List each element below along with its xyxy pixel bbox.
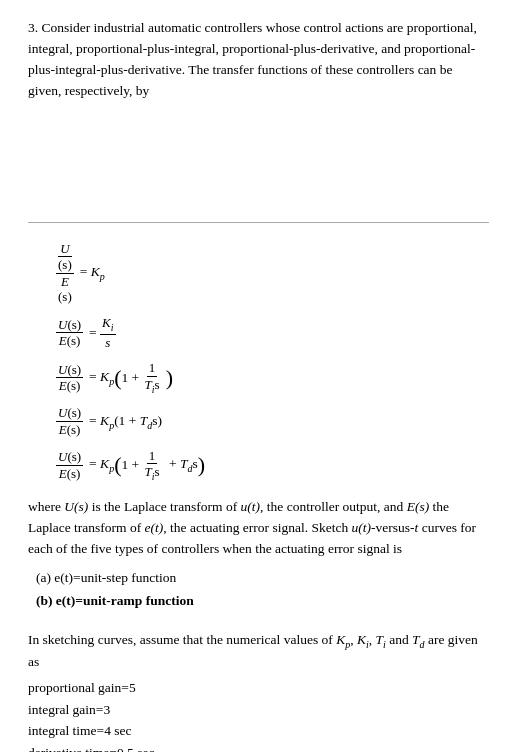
t-ref: t [415,520,419,535]
fraction-1: U(s) E(s) [56,241,74,305]
params-intro: In sketching curves, assume that the num… [28,630,489,673]
fraction-3b: 1 Tis [143,360,162,395]
eq4-numerator: U(s) [56,405,83,422]
eq5-one: 1 + [121,457,142,473]
eq2-ki: Ki [100,315,115,335]
equation-3: U(s) E(s) = Kp ( 1 + 1 Tis ) [56,360,489,395]
param-integral-time: integral time=4 sec [28,720,489,742]
item-a: (a) e(t)=unit-step function [36,568,489,588]
eq1-denominator: E [59,274,71,290]
description-paragraph: where U(s) is the Laplace transform of u… [28,497,489,560]
eq3-equals: = Kp [89,369,114,387]
eq3-lparen: ( [114,368,121,388]
ut-sketch: u(t) [352,520,372,535]
equation-1: U(s) E(s) = Kp [56,241,489,305]
fraction-2b: Ki s [100,315,115,350]
equations-block: U(s) E(s) = Kp U(s) E(s) = Ki s U(s) E(s… [56,241,489,483]
equation-2: U(s) E(s) = Ki s [56,315,489,350]
param-derivative-time: derivative time=0.5 sec [28,742,489,752]
problem-number: 3. [28,20,38,35]
problem-intro-text: Consider industrial automatic controller… [28,20,477,98]
et-ref: e(t) [145,520,164,535]
eq5-rparen: ) [198,455,205,475]
eq1-numerator: U [58,241,71,258]
eq1-denom-paren: (s) [56,289,74,305]
eq2-numerator: U(s) [56,317,83,334]
fraction-4: U(s) E(s) [56,405,83,437]
eq5-lparen: ( [114,455,121,475]
eq5-equals: = Kp [89,456,114,474]
eq4-rhs: = Kp(1 + Tds) [89,413,162,431]
es-ref: E(s) [407,499,430,514]
problem-intro: 3. Consider industrial automatic control… [28,18,489,102]
eq3-denominator: E(s) [57,378,83,394]
eq5-plus-td: + Tds [166,456,198,474]
section-divider [28,222,489,223]
eq2-denominator: E(s) [57,333,83,349]
eq3-tis-den: Tis [143,377,162,396]
eq2-s: s [103,335,112,351]
eq3-one: 1 + [121,370,142,386]
eq5-numerator: U(s) [56,449,83,466]
param-integral-gain: integral gain=3 [28,699,489,721]
eq5-tis-den: Tis [143,464,162,483]
blank-space [28,112,489,222]
us-ref: U(s) [64,499,88,514]
fraction-2: U(s) E(s) [56,317,83,349]
fraction-5: U(s) E(s) [56,449,83,481]
ut-ref: u(t) [241,499,261,514]
eq1-numer-paren: (s) [56,257,74,274]
param-proportional: proportional gain=5 [28,677,489,699]
eq3-rparen: ) [166,368,173,388]
equation-5: U(s) E(s) = Kp ( 1 + 1 Tis + Tds ) [56,448,489,483]
fraction-3: U(s) E(s) [56,362,83,394]
eq5-denominator: E(s) [57,466,83,482]
eq1-rhs: = Kp [80,264,105,282]
fraction-5b: 1 Tis [143,448,162,483]
eq3-numerator: U(s) [56,362,83,379]
eq3-one-num: 1 [147,360,158,377]
eq4-denominator: E(s) [57,422,83,438]
eq2-equals: = [89,325,100,341]
item-b: (b) e(t)=unit-ramp function [36,591,489,611]
eq5-one-num: 1 [147,448,158,465]
equation-4: U(s) E(s) = Kp(1 + Tds) [56,405,489,437]
